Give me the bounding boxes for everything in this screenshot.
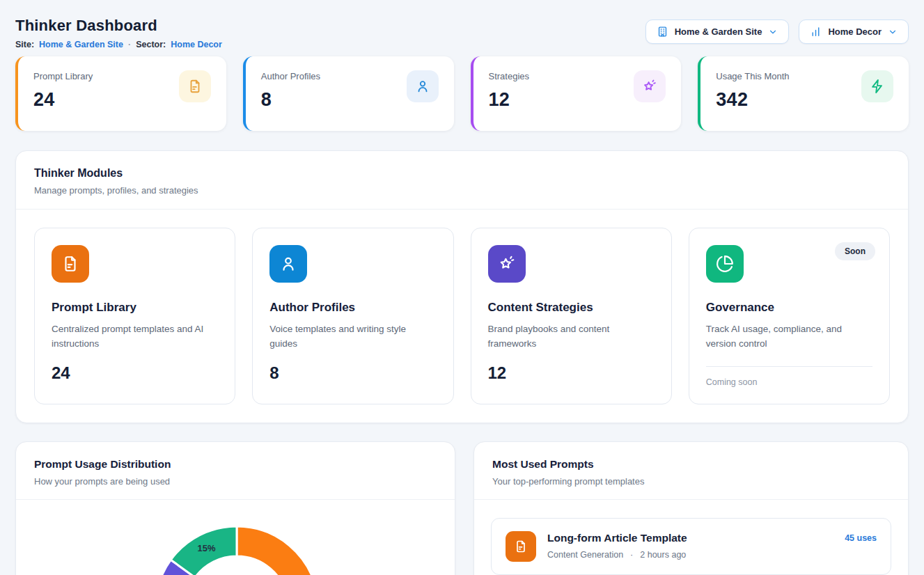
module-card-prompt-library[interactable]: Prompt Library Centralized prompt templa… [34, 228, 235, 404]
prompts-panel-subtitle: Your top-performing prompt templates [492, 476, 890, 487]
header-actions: Home & Garden Site Home Decor [645, 19, 909, 44]
sector-selector-label: Home Decor [828, 26, 882, 37]
meta-separator: · [630, 550, 633, 560]
file-icon [506, 531, 536, 562]
sector-selector-button[interactable]: Home Decor [799, 19, 909, 44]
module-description: Voice templates and writing style guides [269, 322, 436, 352]
prompt-item-category: Content Generation [547, 550, 623, 560]
stat-card-usage: Usage This Month 342 [698, 56, 909, 131]
stat-card-prompt-library: Prompt Library 24 [15, 56, 226, 131]
module-divider [706, 366, 872, 367]
prompts-panel-header: Most Used Prompts Your top-performing pr… [474, 442, 908, 500]
prompt-item-time: 2 hours ago [640, 550, 686, 560]
prompt-item-meta: Content Generation · 2 hours ago [547, 550, 687, 560]
page-title: Thinker Dashboard [15, 17, 222, 35]
breadcrumb-sector-link[interactable]: Home Decor [171, 40, 222, 49]
usage-panel-subtitle: How your prompts are being used [34, 476, 437, 487]
modules-grid: Prompt Library Centralized prompt templa… [16, 210, 908, 423]
module-title: Prompt Library [52, 301, 218, 315]
sparkle-icon [634, 70, 666, 102]
file-icon [52, 245, 89, 283]
breadcrumb-separator: · [128, 40, 131, 49]
most-used-prompts-panel: Most Used Prompts Your top-performing pr… [473, 441, 909, 575]
usage-donut-chart: 15% [16, 500, 455, 575]
module-description: Centralized prompt templates and AI inst… [52, 322, 218, 352]
coming-soon-text: Coming soon [706, 377, 872, 387]
module-card-author-profiles[interactable]: Author Profiles Voice templates and writ… [252, 228, 453, 404]
module-title: Content Strategies [488, 301, 655, 315]
site-selector-label: Home & Garden Site [675, 26, 762, 37]
prompt-list: Long-form Article Template Content Gener… [474, 500, 908, 575]
breadcrumb: Site: Home & Garden Site · Sector: Home … [15, 40, 222, 49]
module-count: 24 [52, 363, 218, 383]
donut-slice-label: 15% [198, 543, 216, 553]
breadcrumb-site-link[interactable]: Home & Garden Site [39, 40, 123, 49]
usage-panel-header: Prompt Usage Distribution How your promp… [16, 442, 455, 500]
dashboard-page: Thinker Dashboard Site: Home & Garden Si… [0, 0, 924, 575]
stat-card-author-profiles: Author Profiles 8 [243, 56, 454, 131]
breadcrumb-sector-label: Sector: [136, 40, 166, 49]
prompt-item-uses-badge: 45 uses [845, 531, 877, 543]
prompt-list-item[interactable]: Long-form Article Template Content Gener… [491, 518, 891, 575]
sparkle-icon [488, 245, 526, 283]
zap-icon [861, 70, 893, 102]
breadcrumb-site-label: Site: [15, 40, 34, 49]
module-description: Brand playbooks and content frameworks [488, 322, 655, 352]
person-icon [407, 70, 439, 102]
modules-panel-header: Thinker Modules Manage prompts, profiles… [16, 151, 908, 210]
site-selector-button[interactable]: Home & Garden Site [645, 19, 790, 44]
usage-distribution-panel: Prompt Usage Distribution How your promp… [15, 441, 455, 575]
file-icon [179, 70, 211, 102]
module-title: Author Profiles [269, 301, 436, 315]
usage-panel-title: Prompt Usage Distribution [34, 458, 437, 471]
prompts-panel-title: Most Used Prompts [492, 458, 890, 471]
modules-panel-title: Thinker Modules [34, 167, 890, 180]
module-count: 8 [269, 363, 436, 383]
prompt-item-title: Long-form Article Template [547, 531, 687, 544]
soon-badge: Soon [835, 242, 875, 260]
stat-cards-row: Prompt Library 24 Author Profiles 8 Stra… [15, 56, 909, 131]
header-titles: Thinker Dashboard Site: Home & Garden Si… [15, 17, 222, 49]
module-title: Governance [706, 301, 872, 315]
building-icon [657, 26, 668, 38]
module-count: 12 [488, 363, 655, 383]
thinker-modules-panel: Thinker Modules Manage prompts, profiles… [15, 150, 909, 423]
person-icon [269, 245, 307, 283]
chevron-down-icon [768, 27, 778, 37]
bar-chart-icon [810, 26, 822, 38]
module-description: Track AI usage, compliance, and version … [706, 322, 872, 352]
page-header: Thinker Dashboard Site: Home & Garden Si… [15, 17, 909, 49]
module-card-content-strategies[interactable]: Content Strategies Brand playbooks and c… [471, 228, 672, 404]
stat-card-strategies: Strategies 12 [471, 56, 682, 131]
prompt-item-text: Long-form Article Template Content Gener… [547, 531, 687, 560]
donut-slice [237, 526, 318, 575]
module-card-governance[interactable]: Soon Governance Track AI usage, complian… [689, 228, 890, 404]
pie-chart-icon [706, 245, 744, 283]
chevron-down-icon [888, 27, 898, 37]
modules-panel-subtitle: Manage prompts, profiles, and strategies [34, 185, 890, 196]
bottom-row: Prompt Usage Distribution How your promp… [15, 441, 909, 575]
